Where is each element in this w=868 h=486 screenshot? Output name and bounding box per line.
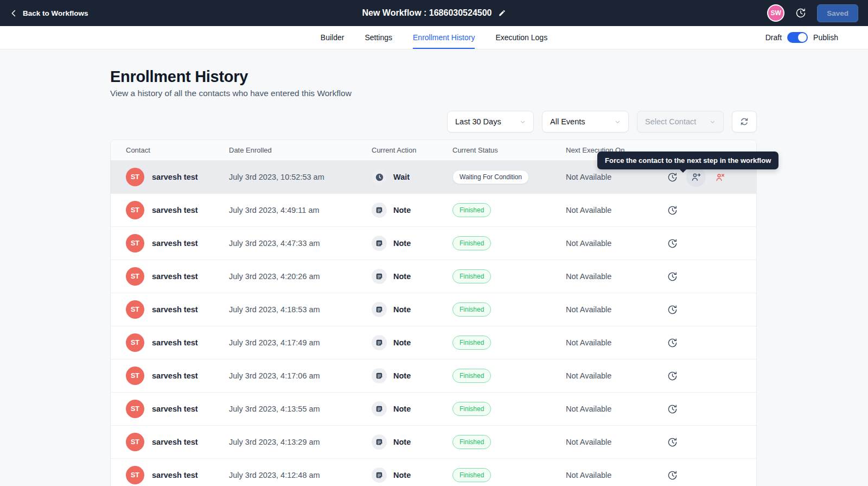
events-value: All Events [550, 117, 585, 126]
contact-cell[interactable]: ST sarvesh test [126, 201, 229, 219]
table-row: ST sarvesh test July 3rd 2023, 4:17:49 a… [111, 326, 756, 359]
contact-cell[interactable]: ST sarvesh test [126, 234, 229, 253]
enrollment-table: Contact Date Enrolled Current Action Cur… [110, 140, 757, 486]
current-action-cell: Note [372, 302, 452, 317]
current-action-cell: Wait [372, 169, 452, 185]
contact-avatar: ST [126, 267, 144, 286]
contact-cell[interactable]: ST sarvesh test [126, 168, 229, 186]
note-icon [372, 203, 387, 218]
contact-cell[interactable]: ST sarvesh test [126, 300, 229, 319]
contact-avatar: ST [126, 300, 144, 319]
status-badge: Finished [452, 302, 491, 317]
current-action-label: Note [393, 438, 411, 446]
date-range-select[interactable]: Last 30 Days [447, 111, 534, 132]
current-status-cell: Finished [452, 236, 566, 250]
contact-name: sarvesh test [152, 206, 198, 214]
contact-avatar: ST [126, 234, 144, 253]
table-row: ST sarvesh test July 3rd 2023, 4:20:26 a… [111, 260, 756, 293]
person-remove-icon [715, 172, 725, 182]
clock-history-icon [667, 205, 678, 216]
tab-builder[interactable]: Builder [321, 26, 344, 49]
current-status-cell: Finished [452, 203, 566, 217]
page-title: Enrollment History [110, 68, 757, 86]
filters-row: Last 30 Days All Events Select Contact [110, 111, 757, 132]
row-actions [662, 432, 756, 452]
table-row: ST sarvesh test July 3rd 2023, 4:13:29 a… [111, 426, 756, 459]
tab-execution-logs[interactable]: Execution Logs [495, 26, 547, 49]
clock-history-icon [667, 272, 678, 282]
history-action-button[interactable] [662, 233, 682, 253]
publish-toggle-group: Draft Publish [765, 26, 838, 49]
table-row: ST sarvesh test July 3rd 2023, 4:18:53 a… [111, 293, 756, 326]
header-date-enrolled: Date Enrolled [229, 146, 372, 154]
clock-history-icon [667, 404, 678, 414]
status-badge: Finished [452, 336, 491, 350]
current-action-cell: Note [372, 335, 452, 350]
history-action-button[interactable] [662, 267, 682, 286]
next-execution-cell: Not Available [566, 239, 662, 248]
contact-cell[interactable]: ST sarvesh test [126, 466, 229, 484]
date-enrolled-cell: July 3rd 2023, 4:13:29 am [229, 438, 372, 446]
topbar: Back to Workflows New Workflow : 1686030… [0, 0, 868, 26]
history-action-button[interactable] [662, 300, 682, 319]
current-status-cell: Finished [452, 369, 566, 383]
clock-history-icon [667, 238, 678, 249]
row-actions [662, 399, 756, 419]
version-history-button[interactable] [795, 8, 806, 18]
enrollment-history-page: Enrollment History View a history of all… [0, 49, 757, 486]
current-action-cell: Note [372, 203, 452, 218]
date-enrolled-cell: July 3rd 2023, 4:49:11 am [229, 206, 372, 214]
force-next-step-tooltip: Force the contact to the next step in th… [597, 152, 778, 169]
topbar-right: SW Saved [767, 4, 858, 22]
current-action-label: Note [393, 305, 411, 314]
current-status-cell: Finished [452, 302, 566, 317]
row-actions [662, 233, 756, 253]
next-execution-cell: Not Available [566, 371, 662, 380]
clock-history-icon [667, 305, 678, 315]
contact-cell[interactable]: ST sarvesh test [126, 400, 229, 418]
contact-select[interactable]: Select Contact [637, 111, 724, 132]
current-action-label: Note [393, 471, 411, 479]
table-body: ST sarvesh test July 3rd 2023, 10:52:53 … [111, 161, 756, 486]
contact-cell[interactable]: ST sarvesh test [126, 267, 229, 286]
history-action-button[interactable] [662, 200, 682, 220]
date-range-value: Last 30 Days [455, 117, 501, 126]
contact-cell[interactable]: ST sarvesh test [126, 333, 229, 352]
contact-name: sarvesh test [152, 405, 198, 413]
next-execution-cell: Not Available [566, 438, 662, 446]
skip-to-next-step-button[interactable] [686, 167, 706, 187]
refresh-button[interactable] [732, 111, 757, 132]
contact-name: sarvesh test [152, 471, 198, 479]
note-icon [372, 302, 387, 317]
saved-button[interactable]: Saved [817, 4, 858, 22]
clock-history-icon [667, 338, 678, 348]
tab-enrollment-history[interactable]: Enrollment History [413, 26, 475, 49]
next-execution-cell: Not Available [566, 272, 662, 281]
history-action-button[interactable] [662, 366, 682, 386]
contact-cell[interactable]: ST sarvesh test [126, 367, 229, 385]
date-enrolled-cell: July 3rd 2023, 10:52:53 am [229, 173, 372, 181]
events-select[interactable]: All Events [542, 111, 629, 132]
history-action-button[interactable] [662, 432, 682, 452]
tab-settings[interactable]: Settings [365, 26, 392, 49]
user-avatar[interactable]: SW [767, 4, 784, 22]
remove-from-workflow-button[interactable] [710, 167, 730, 187]
row-actions [662, 167, 756, 187]
next-execution-cell: Not Available [566, 305, 662, 314]
back-to-workflows-button[interactable]: Back to Workflows [10, 9, 88, 17]
edit-title-button[interactable] [498, 9, 506, 17]
history-action-button[interactable] [662, 399, 682, 419]
publish-toggle[interactable] [787, 32, 808, 43]
current-action-label: Note [393, 272, 411, 281]
contact-avatar: ST [126, 168, 144, 186]
table-row: ST sarvesh test July 3rd 2023, 4:49:11 a… [111, 194, 756, 227]
contact-avatar: ST [126, 333, 144, 352]
history-action-button[interactable] [662, 333, 682, 352]
contact-name: sarvesh test [152, 305, 198, 314]
contact-cell[interactable]: ST sarvesh test [126, 433, 229, 451]
person-arrow-icon [691, 172, 701, 182]
contact-name: sarvesh test [152, 371, 198, 380]
toggle-knob [798, 33, 807, 42]
status-badge: Finished [452, 269, 491, 283]
history-action-button[interactable] [662, 465, 682, 485]
